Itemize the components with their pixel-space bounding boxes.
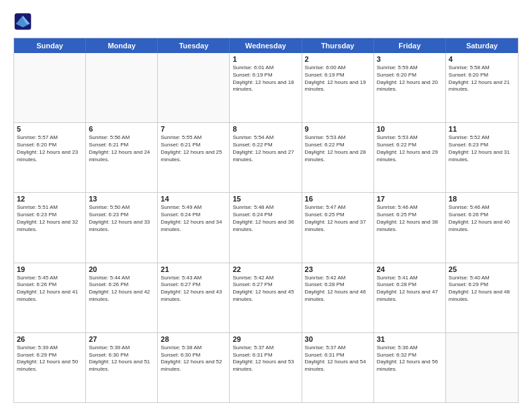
calendar-cell-20: 20Sunrise: 5:44 AMSunset: 6:26 PMDayligh… <box>86 263 158 332</box>
calendar-header: SundayMondayTuesdayWednesdayThursdayFrid… <box>14 38 518 53</box>
day-number: 10 <box>377 125 443 133</box>
cell-info: Sunrise: 5:58 AMSunset: 6:20 PMDaylight:… <box>449 64 515 93</box>
day-number: 3 <box>377 55 443 63</box>
calendar-cell-31: 31Sunrise: 5:36 AMSunset: 6:32 PMDayligh… <box>374 333 446 402</box>
logo <box>13 12 35 31</box>
calendar-cell-empty <box>86 53 158 122</box>
calendar-cell-7: 7Sunrise: 5:55 AMSunset: 6:21 PMDaylight… <box>158 123 230 192</box>
calendar-cell-18: 18Sunrise: 5:46 AMSunset: 6:26 PMDayligh… <box>446 193 518 262</box>
cell-info: Sunrise: 5:38 AMSunset: 6:30 PMDaylight:… <box>161 345 226 373</box>
calendar-row-3: 19Sunrise: 5:45 AMSunset: 6:26 PMDayligh… <box>14 263 518 333</box>
day-number: 9 <box>305 125 371 133</box>
header-day-sunday: Sunday <box>14 38 86 53</box>
calendar-cell-11: 11Sunrise: 5:52 AMSunset: 6:23 PMDayligh… <box>446 123 518 192</box>
day-number: 12 <box>17 195 83 203</box>
day-number: 28 <box>161 335 226 343</box>
day-number: 18 <box>449 195 515 203</box>
day-number: 4 <box>449 55 515 63</box>
day-number: 24 <box>377 265 443 273</box>
cell-info: Sunrise: 5:57 AMSunset: 6:20 PMDaylight:… <box>17 134 83 163</box>
day-number: 16 <box>305 195 371 203</box>
calendar-cell-1: 1Sunrise: 6:01 AMSunset: 6:19 PMDaylight… <box>230 53 302 122</box>
cell-info: Sunrise: 5:50 AMSunset: 6:23 PMDaylight:… <box>89 204 154 233</box>
calendar-cell-2: 2Sunrise: 6:00 AMSunset: 6:19 PMDaylight… <box>302 53 374 122</box>
day-number: 14 <box>161 195 226 203</box>
page: SundayMondayTuesdayWednesdayThursdayFrid… <box>0 0 532 411</box>
calendar-cell-24: 24Sunrise: 5:41 AMSunset: 6:28 PMDayligh… <box>374 263 446 332</box>
cell-info: Sunrise: 5:39 AMSunset: 6:29 PMDaylight:… <box>17 345 83 373</box>
calendar-cell-3: 3Sunrise: 5:59 AMSunset: 6:20 PMDaylight… <box>374 53 446 122</box>
day-number: 23 <box>305 265 371 273</box>
day-number: 30 <box>305 335 371 343</box>
day-number: 21 <box>161 265 226 273</box>
calendar-row-0: 1Sunrise: 6:01 AMSunset: 6:19 PMDaylight… <box>14 53 518 123</box>
day-number: 15 <box>232 195 298 203</box>
logo-icon <box>13 12 32 31</box>
day-number: 20 <box>89 265 154 273</box>
day-number: 1 <box>232 55 298 63</box>
calendar-cell-9: 9Sunrise: 5:53 AMSunset: 6:22 PMDaylight… <box>302 123 374 192</box>
calendar-cell-13: 13Sunrise: 5:50 AMSunset: 6:23 PMDayligh… <box>86 193 158 262</box>
calendar-cell-6: 6Sunrise: 5:56 AMSunset: 6:21 PMDaylight… <box>86 123 158 192</box>
cell-info: Sunrise: 5:41 AMSunset: 6:28 PMDaylight:… <box>377 275 443 304</box>
header-day-friday: Friday <box>374 38 446 53</box>
cell-info: Sunrise: 5:36 AMSunset: 6:32 PMDaylight:… <box>377 345 443 373</box>
calendar-cell-29: 29Sunrise: 5:37 AMSunset: 6:31 PMDayligh… <box>230 333 302 402</box>
cell-info: Sunrise: 5:47 AMSunset: 6:25 PMDaylight:… <box>305 204 371 233</box>
cell-info: Sunrise: 5:42 AMSunset: 6:27 PMDaylight:… <box>232 275 298 304</box>
calendar-cell-23: 23Sunrise: 5:42 AMSunset: 6:28 PMDayligh… <box>302 263 374 332</box>
calendar-body: 1Sunrise: 6:01 AMSunset: 6:19 PMDaylight… <box>14 53 518 402</box>
cell-info: Sunrise: 5:56 AMSunset: 6:21 PMDaylight:… <box>89 134 154 163</box>
cell-info: Sunrise: 5:42 AMSunset: 6:28 PMDaylight:… <box>305 275 371 304</box>
calendar-cell-10: 10Sunrise: 5:53 AMSunset: 6:22 PMDayligh… <box>374 123 446 192</box>
calendar-row-4: 26Sunrise: 5:39 AMSunset: 6:29 PMDayligh… <box>14 333 518 402</box>
header-day-monday: Monday <box>86 38 158 53</box>
day-number: 27 <box>89 335 154 343</box>
day-number: 11 <box>449 125 515 133</box>
day-number: 8 <box>232 125 298 133</box>
calendar-cell-25: 25Sunrise: 5:40 AMSunset: 6:29 PMDayligh… <box>446 263 518 332</box>
calendar-cell-16: 16Sunrise: 5:47 AMSunset: 6:25 PMDayligh… <box>302 193 374 262</box>
day-number: 17 <box>377 195 443 203</box>
cell-info: Sunrise: 5:52 AMSunset: 6:23 PMDaylight:… <box>449 134 515 163</box>
cell-info: Sunrise: 5:54 AMSunset: 6:22 PMDaylight:… <box>232 134 298 163</box>
cell-info: Sunrise: 6:00 AMSunset: 6:19 PMDaylight:… <box>305 64 371 93</box>
day-number: 13 <box>89 195 154 203</box>
day-number: 5 <box>17 125 83 133</box>
cell-info: Sunrise: 5:53 AMSunset: 6:22 PMDaylight:… <box>377 134 443 163</box>
calendar-cell-21: 21Sunrise: 5:43 AMSunset: 6:27 PMDayligh… <box>158 263 230 332</box>
cell-info: Sunrise: 5:39 AMSunset: 6:30 PMDaylight:… <box>89 345 154 373</box>
day-number: 7 <box>161 125 226 133</box>
cell-info: Sunrise: 5:53 AMSunset: 6:22 PMDaylight:… <box>305 134 371 163</box>
day-number: 19 <box>17 265 83 273</box>
cell-info: Sunrise: 5:37 AMSunset: 6:31 PMDaylight:… <box>232 345 298 373</box>
calendar-cell-30: 30Sunrise: 5:37 AMSunset: 6:31 PMDayligh… <box>302 333 374 402</box>
cell-info: Sunrise: 5:37 AMSunset: 6:31 PMDaylight:… <box>305 345 371 373</box>
calendar-cell-15: 15Sunrise: 5:48 AMSunset: 6:24 PMDayligh… <box>230 193 302 262</box>
header-day-wednesday: Wednesday <box>230 38 302 53</box>
cell-info: Sunrise: 5:48 AMSunset: 6:24 PMDaylight:… <box>232 204 298 233</box>
calendar-cell-4: 4Sunrise: 5:58 AMSunset: 6:20 PMDaylight… <box>446 53 518 122</box>
cell-info: Sunrise: 6:01 AMSunset: 6:19 PMDaylight:… <box>232 64 298 93</box>
calendar-cell-22: 22Sunrise: 5:42 AMSunset: 6:27 PMDayligh… <box>230 263 302 332</box>
calendar-cell-19: 19Sunrise: 5:45 AMSunset: 6:26 PMDayligh… <box>14 263 86 332</box>
calendar-cell-17: 17Sunrise: 5:46 AMSunset: 6:25 PMDayligh… <box>374 193 446 262</box>
calendar: SundayMondayTuesdayWednesdayThursdayFrid… <box>13 38 519 403</box>
day-number: 31 <box>377 335 443 343</box>
calendar-cell-empty <box>14 53 86 122</box>
calendar-cell-5: 5Sunrise: 5:57 AMSunset: 6:20 PMDaylight… <box>14 123 86 192</box>
cell-info: Sunrise: 5:46 AMSunset: 6:25 PMDaylight:… <box>377 204 443 233</box>
calendar-cell-14: 14Sunrise: 5:49 AMSunset: 6:24 PMDayligh… <box>158 193 230 262</box>
cell-info: Sunrise: 5:40 AMSunset: 6:29 PMDaylight:… <box>449 275 515 304</box>
calendar-cell-empty <box>446 333 518 402</box>
calendar-row-1: 5Sunrise: 5:57 AMSunset: 6:20 PMDaylight… <box>14 123 518 193</box>
header <box>13 12 519 31</box>
day-number: 25 <box>449 265 515 273</box>
header-day-thursday: Thursday <box>302 38 374 53</box>
cell-info: Sunrise: 5:51 AMSunset: 6:23 PMDaylight:… <box>17 204 83 233</box>
day-number: 29 <box>232 335 298 343</box>
cell-info: Sunrise: 5:45 AMSunset: 6:26 PMDaylight:… <box>17 275 83 304</box>
calendar-cell-27: 27Sunrise: 5:39 AMSunset: 6:30 PMDayligh… <box>86 333 158 402</box>
calendar-cell-26: 26Sunrise: 5:39 AMSunset: 6:29 PMDayligh… <box>14 333 86 402</box>
cell-info: Sunrise: 5:49 AMSunset: 6:24 PMDaylight:… <box>161 204 226 233</box>
